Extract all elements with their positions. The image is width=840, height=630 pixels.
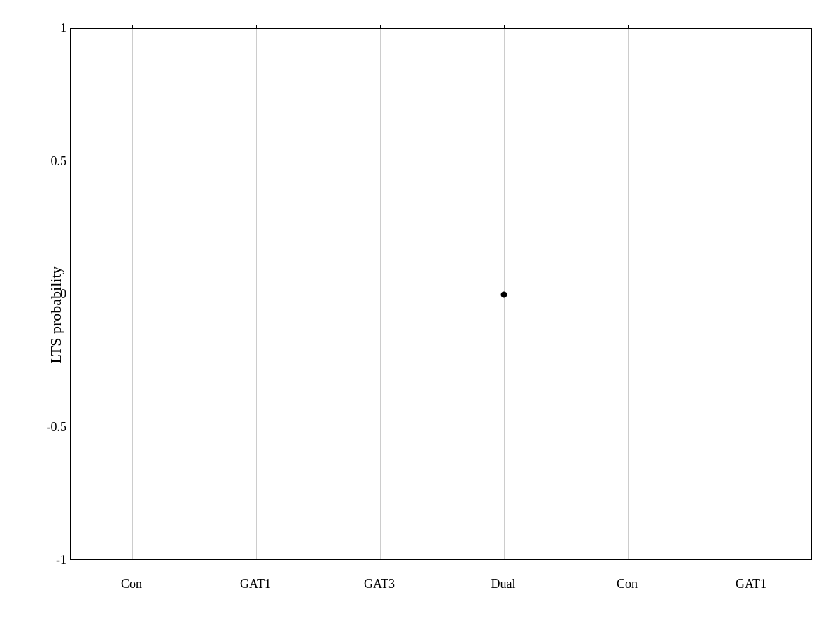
- gridline-v-1: [256, 29, 257, 559]
- gridline-h-05: [71, 162, 811, 162]
- tick-top-5: [752, 24, 752, 29]
- gridline-v-5: [752, 29, 752, 559]
- tick-top-1: [256, 24, 257, 29]
- tick-top-0: [132, 24, 133, 29]
- x-tick-gat3: GAT3: [364, 577, 395, 592]
- gridline-h-n05: [71, 428, 811, 428]
- gridline-h-n1: [71, 561, 811, 561]
- y-tick-0: 0: [60, 287, 66, 302]
- y-tick-n05: -0.5: [47, 420, 67, 435]
- tick-right-n05: [811, 428, 816, 428]
- x-tick-con1: Con: [121, 577, 142, 592]
- chart-container: LTS probability: [0, 0, 840, 630]
- x-tick-dual: Dual: [491, 577, 516, 592]
- y-axis-label: LTS probability: [47, 266, 65, 363]
- gridline-h-0: [71, 295, 811, 295]
- chart-plot-area: [70, 28, 812, 560]
- x-tick-con2: Con: [617, 577, 638, 592]
- tick-right-0: [811, 295, 816, 295]
- tick-top-2: [380, 24, 381, 29]
- y-tick-1: 1: [60, 21, 66, 36]
- gridline-v-4: [628, 29, 629, 559]
- x-tick-gat1b: GAT1: [736, 577, 766, 592]
- tick-top-4: [628, 24, 629, 29]
- gridline-v-2: [380, 29, 381, 559]
- gridline-v-0: [132, 29, 133, 559]
- gridline-h-1: [71, 29, 811, 29]
- tick-top-3: [504, 24, 505, 29]
- data-point-0: [501, 292, 507, 298]
- tick-right-05: [811, 162, 816, 162]
- x-tick-gat1a: GAT1: [240, 577, 271, 592]
- y-tick-n1: -1: [56, 553, 66, 568]
- y-tick-05: 0.5: [51, 154, 67, 169]
- tick-right-n1: [811, 561, 816, 561]
- tick-right-1: [811, 29, 816, 29]
